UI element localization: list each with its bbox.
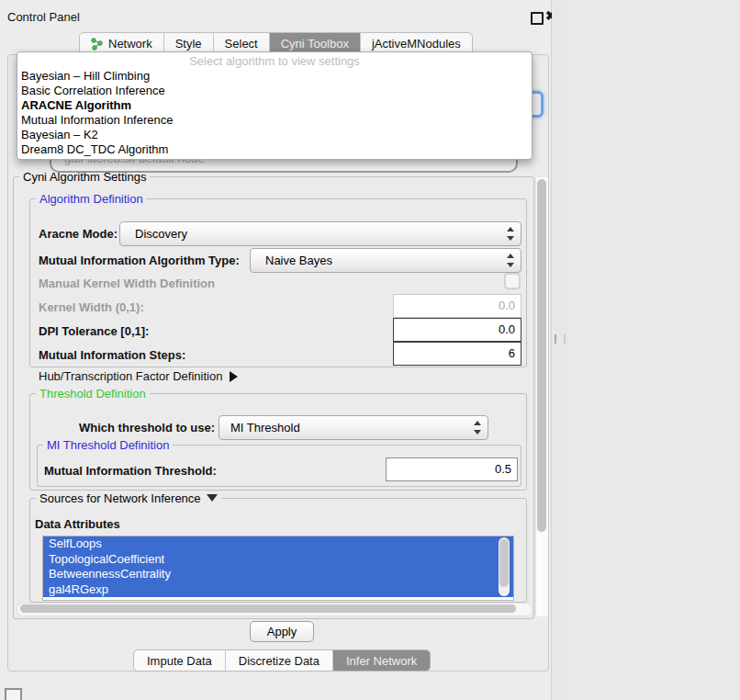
mi-type-value: Naive Bayes xyxy=(265,249,332,272)
control-panel-title: Control Panel xyxy=(7,10,80,24)
mi-steps-label: Mutual Information Steps: xyxy=(39,348,185,362)
algorithm-option-basic-correlation-inference[interactable]: Basic Correlation Inference xyxy=(17,84,532,98)
which-threshold-combobox[interactable]: MI Threshold xyxy=(219,415,488,440)
tab-label: Select xyxy=(225,37,258,51)
aracne-mode-value: Discovery xyxy=(135,222,187,245)
algorithm-option-mutual-information-inference[interactable]: Mutual Information Inference xyxy=(17,113,532,128)
dpi-tolerance-label: DPI Tolerance [0,1]: xyxy=(39,324,149,338)
stepper-arrows-icon xyxy=(507,254,514,267)
mi-threshold-field[interactable]: 0.5 xyxy=(386,457,518,481)
mi-threshold-label: Mutual Information Threshold: xyxy=(44,464,217,478)
panel-corner-icon[interactable] xyxy=(5,688,22,700)
aracne-mode-label: Aracne Mode: xyxy=(39,227,118,241)
kernel-width-label: Kernel Width (0,1): xyxy=(39,300,144,314)
expand-arrow-icon xyxy=(230,371,238,382)
data-attributes-label: Data Attributes xyxy=(35,517,120,531)
which-threshold-label: Which threshold to use: xyxy=(79,421,215,435)
algorithm-definition-title: Algorithm Definition xyxy=(36,192,147,206)
algorithm-dropdown-placeholder: Select algorithm to view settings xyxy=(17,53,532,69)
sources-title-text: Sources for Network Inference xyxy=(39,491,201,505)
attribute-item-gal4rgexp[interactable]: gal4RGexp xyxy=(43,582,513,598)
attribute-item-topologicalcoefficient[interactable]: TopologicalCoefficient xyxy=(43,552,513,568)
control-panel: Control Panel ✖ NetworkStyleSelectCyni T… xyxy=(0,0,552,700)
aracne-mode-combobox[interactable]: Discovery xyxy=(119,221,521,246)
divider-handle-icon[interactable] xyxy=(555,334,566,344)
attributes-list-scrollbar[interactable] xyxy=(499,537,510,596)
tab-label: jActiveMNodules xyxy=(372,37,461,51)
tab-label: Style xyxy=(175,37,202,51)
hub-definition-expander[interactable]: Hub/Transcription Factor Definition xyxy=(39,369,238,383)
right-panel: GALGAL80GAL10GAL1GAL11SWI4GAL4GCY1HAP4YH… xyxy=(569,0,740,700)
algorithm-option-bayesian-hill-climbing[interactable]: Bayesian – Hill Climbing xyxy=(17,69,532,84)
tab-impute-data[interactable]: Impute Data xyxy=(134,650,226,671)
hub-definition-label: Hub/Transcription Factor Definition xyxy=(39,369,222,383)
apply-button[interactable]: Apply xyxy=(250,621,314,642)
algorithm-option-aracne-algorithm[interactable]: ARACNE Algorithm xyxy=(17,98,532,113)
collapse-arrow-icon xyxy=(207,494,218,502)
tab-discretize-data[interactable]: Discretize Data xyxy=(226,650,333,671)
mi-steps-field[interactable]: 6 xyxy=(393,342,521,366)
stepper-arrows-icon xyxy=(507,227,514,241)
mi-threshold-title: MI Threshold Definition xyxy=(43,438,173,452)
settings-horizontal-scrollbar[interactable] xyxy=(17,603,533,616)
tab-label: Cyni Toolbox xyxy=(281,37,349,51)
algorithm-option-dream8-dc-tdc-algorithm[interactable]: Dream8 DC_TDC Algorithm xyxy=(17,142,532,157)
algorithm-dropdown-popup: Select algorithm to view settings Bayesi… xyxy=(17,51,533,160)
attribute-item-selfloops[interactable]: SelfLoops xyxy=(43,536,513,552)
algorithm-option-bayesian-k2[interactable]: Bayesian – K2 xyxy=(17,128,532,142)
manual-kernel-label: Manual Kernel Width Definition xyxy=(39,277,215,290)
tab-label: Network xyxy=(108,37,152,51)
bottom-tab-bar: Impute DataDiscretize DataInfer Network xyxy=(133,649,431,672)
split-pane-divider[interactable] xyxy=(552,0,569,700)
manual-kernel-checkbox[interactable] xyxy=(504,273,521,289)
kernel-width-field[interactable]: 0.0 xyxy=(393,294,521,318)
settings-vertical-scrollbar[interactable] xyxy=(535,177,548,616)
sources-title[interactable]: Sources for Network Inference xyxy=(36,491,221,505)
data-attributes-list: SelfLoopsTopologicalCoefficientBetweenne… xyxy=(42,536,514,601)
dpi-tolerance-field[interactable]: 0.0 xyxy=(393,318,521,342)
attribute-item-betweennesscentrality[interactable]: BetweennessCentrality xyxy=(43,567,513,582)
threshold-definition-title: Threshold Definition xyxy=(36,387,150,401)
mi-type-combobox[interactable]: Naive Bayes xyxy=(250,248,521,273)
float-window-icon[interactable] xyxy=(531,12,544,25)
tab-infer-network[interactable]: Infer Network xyxy=(333,650,430,671)
network-icon xyxy=(91,38,104,51)
mi-type-label: Mutual Information Algorithm Type: xyxy=(39,254,240,267)
stepper-arrows-icon xyxy=(474,421,481,435)
which-threshold-value: MI Threshold xyxy=(230,416,300,439)
